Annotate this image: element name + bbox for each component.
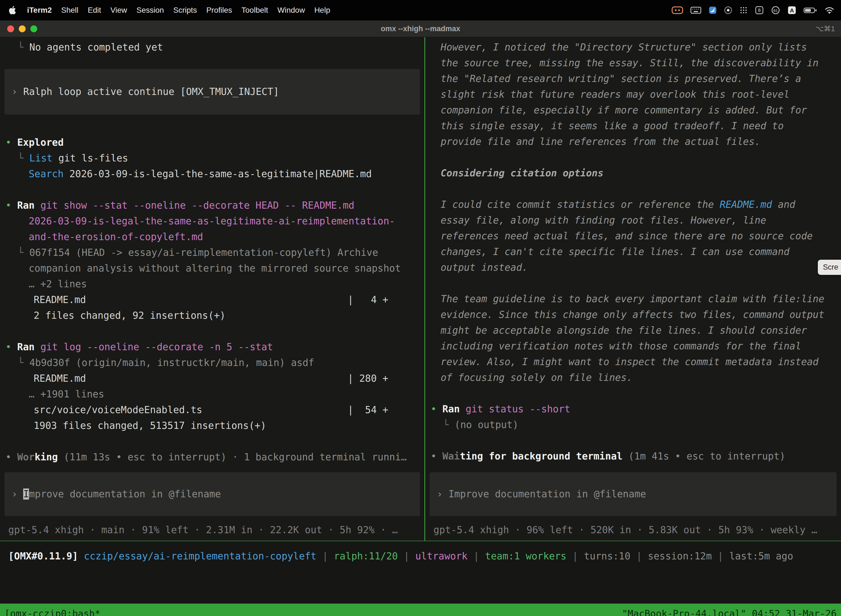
menu-item-shell[interactable]: Shell [61, 6, 78, 15]
text-segment: git log --oneline --decorate -n 5 --stat [40, 342, 273, 352]
terminal-line: • Ran git status --short [425, 401, 841, 417]
apps-grid-icon[interactable] [740, 6, 748, 14]
text-segment: • [6, 452, 17, 462]
keyboard-icon[interactable] [690, 6, 701, 14]
text-segment: [OMX#0.11.9] [8, 551, 84, 562]
text-segment: • [6, 342, 17, 352]
text-segment: this single essay, it seems like a good … [441, 120, 784, 131]
terminal: └ No agents completed yet › Ralph loop a… [0, 37, 841, 541]
left-pane-top-lines: └ No agents completed yet [0, 40, 424, 55]
terminal-line: Considering citation options [425, 165, 841, 181]
terminal-line: 1903 files changed, 513517 insertions(+) [0, 418, 424, 434]
omx-status-lines: [OMX#0.11.9] cczip/essay/ai-reimplementa… [0, 549, 841, 564]
text-segment: (no output) [454, 419, 519, 430]
terminal-line: review. Also, I might want to inspect th… [425, 354, 841, 370]
menu-item-scripts[interactable]: Scripts [173, 6, 197, 15]
text-segment: • [431, 451, 442, 462]
text-segment: git show --stat --oneline --decorate HEA… [40, 200, 354, 211]
prompt-input-right-line: › Improve documentation in @filename [437, 486, 837, 502]
text-cursor: I [23, 488, 29, 500]
menu-item-toolbelt[interactable]: Toolbelt [242, 6, 268, 15]
terminal-line: this single essay, it seems like a good … [425, 118, 841, 134]
screen-recording-icon[interactable] [672, 6, 683, 14]
prompt-chevron: › [12, 488, 23, 500]
text-segment: ultrawork [415, 551, 468, 562]
menu-bar-status-icons: 8 61 A [672, 6, 841, 15]
app-icon-dark[interactable] [724, 6, 732, 14]
battery-icon[interactable] [803, 6, 817, 14]
terminal-line: └ No agents completed yet [0, 40, 424, 55]
right-pane-bottom: › Improve documentation in @filename gpt… [425, 472, 841, 541]
left-pane-lines: • Explored└ List git ls-filesSearch 2026… [0, 119, 424, 465]
svg-text:61: 61 [774, 8, 778, 13]
menu-item-iterm2[interactable]: iTerm2 [27, 6, 52, 15]
terminal-line: companion analysis without altering the … [0, 261, 424, 276]
text-segment: Wai [442, 451, 460, 462]
text-segment: the "Related research writing" section i… [441, 73, 801, 84]
session-status-right: gpt-5.4 xhigh · 96% left · 520K in · 5.8… [425, 522, 841, 538]
terminal-line: └ 4b9d30f (origin/main, instructkr/main,… [0, 355, 424, 371]
terminal-line [425, 433, 841, 449]
menu-item-view[interactable]: View [110, 6, 127, 15]
prompt-input-right[interactable]: › Improve documentation in @filename [429, 472, 837, 516]
tmux-host-clock-label: "MacBook-Pro-44.local" 04:52 31-Mar-26 [622, 608, 837, 616]
inject-banner: › Ralph loop active continue [OMX_TMUX_I… [4, 69, 420, 114]
right-pane[interactable]: However, I noticed the "Directory Struct… [425, 37, 841, 541]
text-segment: 2026-03-09-is-legal-the-same-as-legitima… [63, 168, 372, 179]
text-segment: Ran [442, 403, 466, 415]
text-segment: README.md [719, 199, 772, 210]
apple-menu-icon[interactable] [8, 6, 16, 14]
wifi-icon[interactable] [825, 6, 834, 14]
inject-banner-line: › Ralph loop active continue [OMX_TMUX_I… [12, 84, 420, 100]
text-segment: README.md | 4 + [34, 294, 388, 305]
tmux-status-bar: [omx-cczip0:bash* "MacBook-Pro-44.local"… [0, 604, 841, 616]
text-segment: ralph:11/20 [334, 551, 398, 562]
menu-bar: iTerm2ShellEditViewSessionScriptsProfile… [0, 0, 841, 21]
window-title-bar: omx --xhigh --madmax ⌥⌘1 [0, 21, 841, 37]
terminal-line: changes, I can't cite specific file line… [425, 244, 841, 260]
text-segment: README.md | 280 + [34, 373, 388, 384]
text-segment: Explored [17, 137, 64, 148]
input-source-icon[interactable]: A [787, 6, 796, 15]
text-segment: 067f154 (HEAD -> essay/ai-reimplementati… [29, 247, 378, 258]
terminal-line [0, 323, 424, 339]
key-8-icon[interactable]: 8 [755, 6, 764, 15]
terminal-line: I could cite commit statistics or refere… [425, 197, 841, 213]
terminal-line: and-the-erosion-of-copyleft.md [0, 229, 424, 245]
tab-shortcut-label: ⌥⌘1 [816, 25, 835, 33]
menu-item-profiles[interactable]: Profiles [207, 6, 232, 15]
menu-item-window[interactable]: Window [278, 6, 305, 15]
left-pane[interactable]: └ No agents completed yet › Ralph loop a… [0, 37, 424, 541]
text-segment: Considering citation options [441, 167, 604, 179]
gauge-icon[interactable]: 61 [771, 6, 780, 15]
session-status-left: gpt-5.4 xhigh · main · 91% left · 2.31M … [0, 522, 424, 538]
terminal-line: • Ran git show --stat --oneline --decora… [0, 198, 424, 213]
terminal-line: • Ran git log --oneline --decorate -n 5 … [0, 339, 424, 355]
terminal-line: companion file, especially if more comme… [425, 103, 841, 118]
menu-items: iTerm2ShellEditViewSessionScriptsProfile… [27, 6, 330, 15]
terminal-line: src/voice/voiceModeEnabled.ts | 54 + [0, 402, 424, 418]
prompt-input-left[interactable]: › Improve documentation in @filename [4, 472, 420, 516]
text-segment: 2 files changed, 92 insertions(+) [34, 310, 226, 321]
text-segment: Wor [17, 452, 35, 462]
screen-share-popover[interactable]: Scre [818, 260, 841, 275]
terminal-line: references need actual files, and since … [425, 228, 841, 244]
text-segment: └ [18, 357, 29, 368]
text-segment: Search [29, 168, 63, 179]
menu-item-edit[interactable]: Edit [88, 6, 101, 15]
text-segment: 2026-03-09-is-legal-the-same-as-legitima… [29, 216, 395, 227]
terminal-line: might be acceptable alongside the file l… [425, 323, 841, 338]
text-segment: git status --short [466, 403, 570, 415]
text-segment: └ [18, 153, 29, 164]
text-segment: companion file, especially if more comme… [441, 105, 807, 116]
terminal-line [0, 182, 424, 198]
text-segment: and-the-erosion-of-copyleft.md [29, 231, 203, 242]
app-icon-blue[interactable] [709, 6, 717, 14]
text-segment: git ls-files [53, 153, 128, 164]
terminal-line [425, 386, 841, 401]
terminal-line: output instead. [425, 260, 841, 276]
text-segment: Ran [17, 200, 40, 211]
menu-item-session[interactable]: Session [136, 6, 164, 15]
terminal-line: [OMX#0.11.9] cczip/essay/ai-reimplementa… [0, 549, 841, 564]
menu-item-help[interactable]: Help [314, 6, 330, 15]
